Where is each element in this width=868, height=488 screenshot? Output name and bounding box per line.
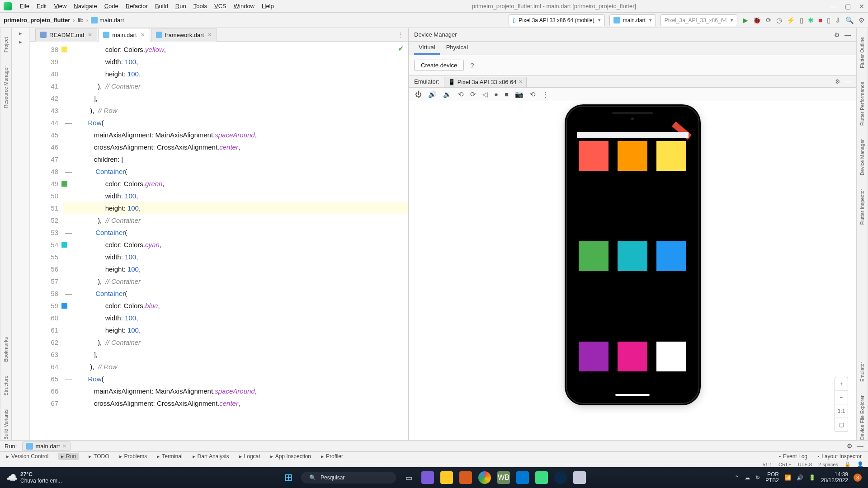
tool-resource-manager[interactable]: Resource Manager	[3, 66, 9, 108]
tabs-more-icon[interactable]: ⋮	[398, 31, 404, 38]
sync-icon[interactable]: ↻	[755, 474, 760, 481]
volume-down-icon[interactable]: 🔉	[443, 90, 452, 99]
back-icon[interactable]: ◁	[482, 90, 488, 99]
tool-build-variants[interactable]: Build Variants	[3, 409, 9, 440]
emulator-app-icon[interactable]	[573, 471, 586, 484]
debug-icon[interactable]: 🐞	[753, 16, 761, 24]
teams-icon[interactable]	[421, 471, 434, 484]
record-icon[interactable]: ⟲	[530, 90, 536, 99]
wifi-icon[interactable]: 📶	[784, 474, 791, 481]
bottom-tool-version-control[interactable]: ▸Version Control	[6, 453, 48, 460]
weather-widget[interactable]: 27°CChuva forte em...	[20, 471, 62, 484]
overview-icon[interactable]: ■	[505, 90, 509, 98]
bottom-tool-event-log[interactable]: ▪Event Log	[779, 453, 807, 460]
create-device-button[interactable]: Create device	[414, 60, 464, 71]
inspector-icon[interactable]: 👤	[857, 461, 863, 467]
windows-start-icon[interactable]: ⊞	[282, 471, 295, 484]
taskbar-search[interactable]: 🔍Pesquisar	[301, 472, 396, 483]
tool-flutter-performance[interactable]: Flutter Performance	[859, 82, 865, 126]
screenshot-icon[interactable]: 📷	[515, 90, 524, 99]
android-studio-icon[interactable]	[535, 471, 548, 484]
line-sep[interactable]: CRLF	[778, 462, 792, 467]
device-selector[interactable]: ▯Pixel 3a API 33 x86 64 (mobile)▾	[509, 14, 604, 26]
caret-position[interactable]: 51:1	[763, 462, 772, 467]
home-icon[interactable]: ●	[494, 90, 498, 98]
run-tab[interactable]: main.dart✕	[22, 441, 70, 451]
tool-project[interactable]: Project	[3, 37, 9, 52]
hide-icon[interactable]: —	[857, 442, 863, 450]
avd-selector[interactable]: Pixel_3a_API_33_x86_64▾	[660, 14, 737, 26]
matlab-icon[interactable]	[459, 471, 472, 484]
volume-up-icon[interactable]: 🔊	[428, 90, 437, 99]
attach-icon[interactable]: ▯	[800, 16, 803, 24]
menu-code[interactable]: Code	[101, 3, 122, 9]
help-icon[interactable]: ?	[470, 61, 474, 69]
task-view-icon[interactable]: ▭	[402, 471, 415, 484]
coverage-icon[interactable]: ⟳	[766, 16, 772, 24]
hide-icon[interactable]: —	[845, 78, 851, 85]
battery-icon[interactable]: 🔋	[809, 474, 816, 481]
search-icon[interactable]: 🔍	[845, 16, 854, 24]
bottom-tool-run[interactable]: ▸Run	[58, 453, 79, 460]
tool-bookmarks[interactable]: Bookmarks	[3, 337, 9, 362]
close-icon[interactable]: ✕	[519, 79, 523, 85]
rotate-right-icon[interactable]: ⟳	[470, 90, 476, 99]
bottom-tool-layout-inspector[interactable]: ▪Layout Inspector	[817, 453, 862, 460]
tool-structure[interactable]: Structure	[3, 375, 9, 396]
menu-build[interactable]: Build	[151, 3, 172, 9]
chevron-right-icon[interactable]: ▸	[19, 38, 22, 45]
run-config-selector[interactable]: main.dart▾	[609, 14, 656, 26]
run-tool-window-header[interactable]: Run: main.dart✕ ⚙—	[0, 440, 868, 452]
menu-navigate[interactable]: Navigate	[70, 3, 100, 9]
flutter-icon[interactable]: ✱	[808, 16, 814, 24]
editor-tab[interactable]: README.md✕	[35, 28, 97, 42]
gear-icon[interactable]: ⚙	[835, 78, 840, 85]
language-indicator[interactable]: PORPTB2	[765, 472, 779, 483]
menu-help[interactable]: Help	[258, 3, 278, 9]
power-icon[interactable]: ⏻	[415, 90, 422, 98]
more-icon[interactable]: ⋮	[542, 90, 549, 99]
tool-device-manager[interactable]: Device Manager	[859, 139, 865, 175]
emulator-tab[interactable]: 📱Pixel 3a API 33 x86 64✕	[444, 77, 527, 87]
bottom-tool-terminal[interactable]: ▸Terminal	[157, 453, 182, 460]
chevron-right-icon[interactable]: ▸	[19, 30, 22, 37]
menu-tools[interactable]: Tools	[190, 3, 211, 9]
sdk-manager-icon[interactable]: ⇩	[835, 16, 841, 24]
tool-flutter-outline[interactable]: Flutter Outline	[859, 37, 865, 68]
stop-icon[interactable]: ■	[818, 16, 822, 24]
clock[interactable]: 14:3928/12/2022	[821, 472, 848, 483]
zoom-fit-icon[interactable]: ▢	[835, 418, 848, 432]
tool-emulator[interactable]: Emulator	[859, 362, 865, 382]
menu-run[interactable]: Run	[172, 3, 190, 9]
avd-manager-icon[interactable]: ▯	[827, 16, 830, 24]
tab-physical[interactable]: Physical	[442, 42, 472, 55]
bottom-tool-problems[interactable]: ▸Problems	[119, 453, 147, 460]
gear-icon[interactable]: ⚙	[834, 31, 840, 38]
rotate-left-icon[interactable]: ⟲	[458, 90, 464, 99]
line-gutter[interactable]: 3839404142434445464748495051525354555657…	[40, 42, 63, 440]
close-icon[interactable]: ✕	[141, 32, 145, 38]
lock-icon[interactable]: 🔒	[844, 461, 851, 467]
bottom-tool-profiler[interactable]: ▸Profiler	[321, 453, 343, 460]
hide-icon[interactable]: —	[844, 31, 851, 38]
app-icon[interactable]	[554, 471, 567, 484]
close-icon[interactable]: ✕	[859, 3, 864, 10]
tool-device-file-explorer[interactable]: Device File Explorer	[859, 395, 865, 440]
vscode-icon[interactable]	[516, 471, 529, 484]
bottom-tool-logcat[interactable]: ▸Logcat	[239, 453, 260, 460]
editor-tab[interactable]: framework.dart✕	[151, 28, 217, 42]
zoom-controls[interactable]: ＋ － 1:1 ▢	[835, 377, 848, 432]
hot-reload-icon[interactable]: ⚡	[787, 16, 795, 24]
code-area[interactable]: color: Colors.yellow, width: 100, height…	[63, 42, 408, 440]
bottom-tool-todo[interactable]: ▸TODO	[89, 453, 109, 460]
gear-icon[interactable]: ⚙	[847, 442, 853, 450]
menu-vcs[interactable]: VCS	[211, 3, 230, 9]
bottom-tool-dart-analysis[interactable]: ▸Dart Analysis	[193, 453, 229, 460]
profile-icon[interactable]: ◷	[776, 16, 782, 24]
indent[interactable]: 2 spaces	[818, 462, 838, 467]
explorer-icon[interactable]	[440, 471, 453, 484]
weather-icon[interactable]: ☁️	[6, 472, 18, 483]
menu-edit[interactable]: Edit	[33, 3, 50, 9]
close-icon[interactable]: ✕	[88, 32, 92, 38]
menu-window[interactable]: Window	[230, 3, 258, 9]
